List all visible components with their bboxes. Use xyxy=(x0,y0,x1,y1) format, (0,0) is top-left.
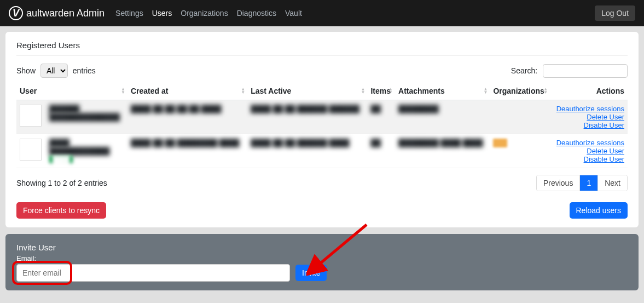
brand-logo-icon: V xyxy=(9,6,23,20)
user-name: ████ xyxy=(49,139,110,147)
created-at: ████ ██ ██ ██ ██ ████ xyxy=(131,105,221,113)
reload-users-button[interactable]: Reload users xyxy=(570,202,628,219)
nav-organizations[interactable]: Organizations xyxy=(181,9,228,18)
col-user[interactable]: User▲▼ xyxy=(16,82,127,100)
invite-card: Invite User Email: Invite xyxy=(5,234,639,290)
user-email: ██████████████ xyxy=(49,113,120,121)
nav-settings[interactable]: Settings xyxy=(115,9,143,18)
avatar xyxy=(20,105,42,127)
entries-select[interactable]: All xyxy=(40,64,68,78)
deauthorize-link[interactable]: Deauthorize sessions xyxy=(553,105,624,113)
force-resync-button[interactable]: Force clients to resync xyxy=(16,202,106,219)
items-count: ██ xyxy=(370,105,380,113)
users-card: Registered Users Show All entries Search… xyxy=(5,32,639,227)
delete-user-link[interactable]: Delete User xyxy=(553,147,624,155)
entries-selector: Show All entries xyxy=(16,64,96,78)
attachments: ████████ ████ ████ xyxy=(398,139,483,147)
pagination: Previous 1 Next xyxy=(536,175,628,191)
last-active: ████ ██ ██ ██████ ██████ xyxy=(251,105,359,113)
col-created[interactable]: Created at▲▼ xyxy=(127,82,247,100)
sort-icon: ▲▼ xyxy=(484,88,488,94)
invite-button[interactable]: Invite xyxy=(295,265,327,281)
showing-text: Showing 1 to 2 of 2 entries xyxy=(16,179,107,187)
deauthorize-link[interactable]: Deauthorize sessions xyxy=(553,139,624,147)
next-page-button[interactable]: Next xyxy=(598,175,627,191)
sort-icon: ▲▼ xyxy=(241,88,245,94)
sort-icon: ▲▼ xyxy=(388,88,393,94)
brand[interactable]: V aultwarden Admin xyxy=(9,6,105,20)
nav-users[interactable]: Users xyxy=(152,9,172,18)
created-at: ████ ██ ██ ████████ ████ xyxy=(131,139,240,147)
organizations-cell xyxy=(490,100,550,134)
table-row: ██████ ██████████████ ████ ██ ██ ██ ██ █… xyxy=(16,100,628,134)
org-badge xyxy=(493,139,507,147)
nav-diagnostics[interactable]: Diagnostics xyxy=(237,9,276,18)
last-active: ████ ██ ██ ██████ ████ xyxy=(251,139,349,147)
user-badge: ████ xyxy=(49,156,73,163)
prev-page-button[interactable]: Previous xyxy=(537,175,580,191)
sort-icon: ▲▼ xyxy=(121,88,125,94)
avatar xyxy=(20,139,42,161)
invite-title: Invite User xyxy=(16,243,628,252)
col-actions: Actions xyxy=(550,82,628,100)
col-last-active[interactable]: Last Active▲▼ xyxy=(247,82,367,100)
disable-user-link[interactable]: Disable User xyxy=(553,155,624,163)
users-table: User▲▼ Created at▲▼ Last Active▲▼ Items▲… xyxy=(16,82,628,168)
col-items[interactable]: Items▲▼ xyxy=(367,82,395,100)
delete-user-link[interactable]: Delete User xyxy=(553,113,624,121)
nav-vault[interactable]: Vault xyxy=(285,9,302,18)
col-organizations[interactable]: Organizations▲▼ xyxy=(490,82,550,100)
navbar: V aultwarden Admin Settings Users Organi… xyxy=(0,0,644,26)
user-email: ████████████ xyxy=(49,147,110,155)
disable-user-link[interactable]: Disable User xyxy=(553,121,624,129)
sort-icon: ▲▼ xyxy=(361,88,365,94)
search-input[interactable] xyxy=(543,64,628,78)
page-1-button[interactable]: 1 xyxy=(580,175,598,191)
search-label: Search: xyxy=(511,66,537,75)
sort-icon: ▲▼ xyxy=(543,88,548,94)
table-row: ████ ████████████ ████ ████ ██ ██ ██████… xyxy=(16,134,628,168)
attachments: ████████ xyxy=(398,105,439,113)
card-title: Registered Users xyxy=(16,41,628,56)
logout-button[interactable]: Log Out xyxy=(595,5,635,21)
invite-email-input[interactable] xyxy=(16,264,290,282)
invite-label: Email: xyxy=(16,254,628,262)
brand-text: aultwarden Admin xyxy=(26,8,105,19)
col-attachments[interactable]: Attachments▲▼ xyxy=(395,82,490,100)
items-count: ██ xyxy=(370,139,380,147)
user-name: ██████ xyxy=(49,105,120,113)
